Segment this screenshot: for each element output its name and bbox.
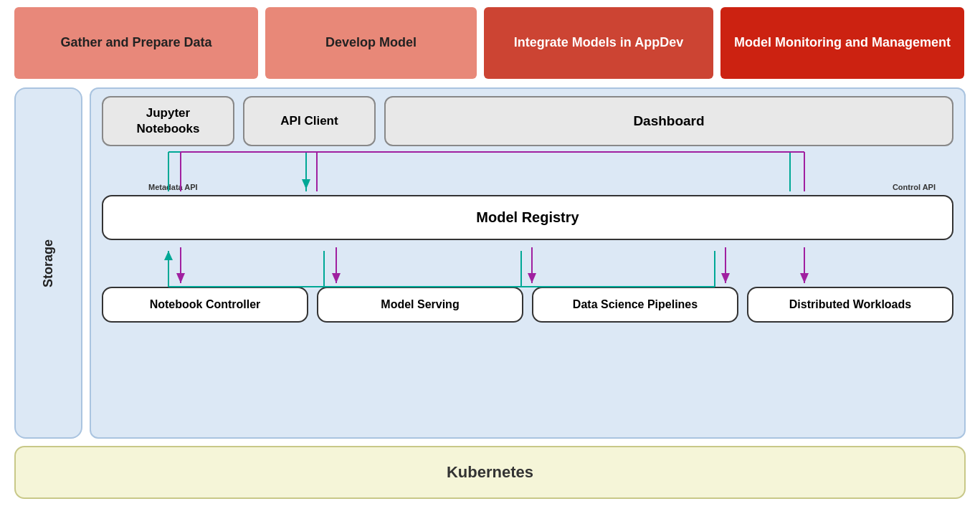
notebook-controller-label: Notebook Controller [150,297,261,313]
model-serving-label: Model Serving [381,297,459,313]
notebook-controller-box: Notebook Controller [102,287,308,323]
dashboard-label: Dashboard [633,113,704,130]
phase-integrate: Integrate Models in AppDev [484,7,713,79]
model-serving-box: Model Serving [317,287,523,323]
phase-monitoring-label: Model Monitoring and Management [734,34,951,51]
phase-row: Gather and Prepare Data Develop Model In… [7,7,973,79]
api-client-box: API Client [243,96,376,146]
data-science-pipelines-label: Data Science Pipelines [573,297,698,313]
data-science-pipelines-box: Data Science Pipelines [532,287,738,323]
distributed-workloads-label: Distributed Workloads [789,297,911,313]
svg-marker-18 [332,273,341,283]
svg-marker-20 [528,273,536,283]
jupyter-label: Jupyter Notebooks [116,105,220,137]
arrows-area: Metadata API Control API [102,152,953,195]
arch-area: Storage Jupyter Notebooks API Client Das… [7,87,973,439]
phase-develop-label: Develop Model [325,34,417,51]
mid-arrows-area [102,247,953,287]
components-row: Notebook Controller Model Serving Data S… [102,287,953,323]
kubernetes-label: Kubernetes [447,463,533,481]
kubernetes-box: Kubernetes [14,446,966,499]
svg-marker-22 [721,273,730,283]
kubernetes-row: Kubernetes [7,439,973,499]
svg-marker-10 [164,251,173,260]
phase-monitoring: Model Monitoring and Management [720,7,964,79]
phase-develop: Develop Model [265,7,477,79]
svg-marker-4 [302,179,310,189]
diagram-container: Gather and Prepare Data Develop Model In… [0,0,980,524]
distributed-workloads-box: Distributed Workloads [747,287,953,323]
tools-row: Jupyter Notebooks API Client Dashboard [102,96,953,146]
svg-marker-16 [176,273,185,283]
registry-label: Model Registry [476,209,579,225]
api-client-label: API Client [280,113,338,129]
registry-box: Model Registry [102,195,953,240]
phase-gather-label: Gather and Prepare Data [60,34,211,51]
dashboard-box: Dashboard [384,96,953,146]
storage-box: Storage [14,87,82,439]
phase-gather: Gather and Prepare Data [14,7,258,79]
mid-arrows-svg [102,247,953,287]
storage-label: Storage [41,239,56,287]
inner-area: Jupyter Notebooks API Client Dashboard M… [90,87,966,439]
phase-integrate-label: Integrate Models in AppDev [514,34,683,51]
svg-marker-24 [800,273,809,283]
arrows-svg-top [102,152,953,195]
jupyter-box: Jupyter Notebooks [102,96,234,146]
